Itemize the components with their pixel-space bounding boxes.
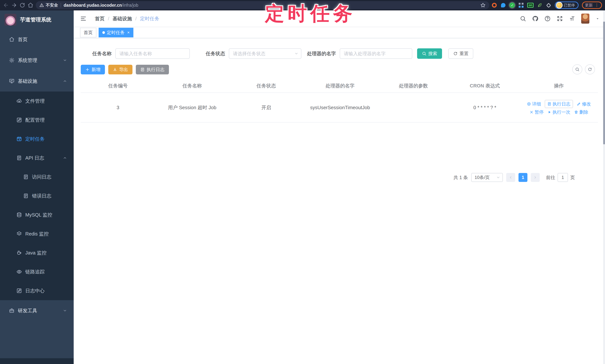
document-icon (16, 155, 22, 161)
toggle-search-button[interactable] (572, 64, 582, 74)
handler-name-label: 处理器的名字 (307, 51, 336, 57)
sidebar-item-scheduled-jobs[interactable]: 定时任务 (0, 130, 74, 148)
handler-name-input[interactable] (340, 48, 412, 59)
prev-page-button[interactable] (506, 173, 515, 182)
infrastructure-submenu: 文件管理 配置管理 定时任务 API 日志 (0, 91, 74, 300)
exec-log-link[interactable]: 执行日志 (545, 100, 573, 108)
edit-square-icon (16, 117, 22, 123)
sidebar-item-trace[interactable]: 链路追踪 (0, 262, 74, 281)
sidebar-item-access-logs[interactable]: 访问日志 (0, 167, 74, 186)
reset-button[interactable]: 重置 (448, 48, 473, 59)
sidebar-item-file-management[interactable]: 文件管理 (0, 91, 74, 110)
user-avatar[interactable] (581, 13, 589, 24)
extensions-puzzle-icon[interactable] (546, 2, 552, 8)
tab-scheduled-jobs[interactable]: 定时任务 × (99, 28, 133, 37)
sidebar-item-dev-tools[interactable]: 研发工具 (0, 300, 74, 321)
sidebar-item-api-logs[interactable]: API 日志 (0, 148, 74, 167)
sidebar-menu: 首页 系统管理 基础设施 文件管理 (0, 29, 74, 321)
extension-orange-icon[interactable] (491, 2, 497, 8)
address-bar[interactable]: 不安全 dashboard.yudao.iocoder.cn/infra/job (36, 1, 489, 9)
annotation-title: 定时任务 (265, 1, 356, 27)
sidebar: 芋道管理系统 首页 系统管理 基础设施 (0, 10, 74, 364)
hamburger-icon[interactable] (80, 15, 87, 22)
back-arrow-icon[interactable] (3, 2, 9, 8)
next-page-button[interactable] (531, 173, 540, 182)
active-tab-dot (102, 31, 105, 34)
sidebar-item-config-management[interactable]: 配置管理 (0, 110, 74, 130)
detail-link[interactable]: 详细 (527, 101, 541, 107)
extension-blue-icon[interactable] (500, 2, 506, 8)
sidebar-item-mysql-monitor[interactable]: MySQL 监控 (0, 205, 74, 224)
chevron-right-icon (533, 176, 537, 179)
chevron-down-icon (63, 309, 67, 313)
home-icon[interactable] (27, 2, 33, 8)
sidebar-item-home[interactable]: 首页 (0, 29, 74, 50)
goto-label: 前往 (546, 174, 555, 181)
pause-link[interactable]: 暂停 (529, 109, 544, 115)
job-name-label: 任务名称 (92, 51, 112, 57)
address-divider (61, 3, 61, 7)
breadcrumb-infrastructure[interactable]: 基础设施 (113, 15, 132, 22)
exec-log-button[interactable]: 执行日志 (136, 65, 169, 74)
view-icon (527, 102, 531, 106)
cell-job-id: 3 (81, 103, 155, 113)
job-name-input[interactable] (115, 48, 190, 59)
forward-arrow-icon[interactable] (11, 2, 17, 8)
github-icon[interactable] (532, 15, 539, 22)
page-scrollbar[interactable] (603, 10, 605, 364)
delete-link[interactable]: 删除 (574, 109, 588, 115)
download-icon (113, 67, 117, 72)
current-page-button[interactable]: 1 (518, 173, 527, 182)
job-status-select[interactable]: 请选择任务状态 (229, 48, 301, 59)
browser-profile-chip[interactable]: 已暂停 (555, 1, 579, 9)
bookmark-star-icon[interactable] (480, 3, 486, 8)
run-once-link[interactable]: 执行一次 (547, 109, 570, 115)
add-button[interactable]: 新增 (81, 65, 105, 74)
question-icon[interactable] (544, 15, 551, 22)
search-icon[interactable] (520, 15, 526, 22)
sidebar-item-system-management[interactable]: 系统管理 (0, 50, 74, 71)
sidebar-item-log-center[interactable]: 日志中心 (0, 281, 74, 300)
browser-update-chip[interactable]: 更新 (582, 1, 602, 9)
caret-down-icon[interactable] (595, 16, 600, 21)
breadcrumb-home[interactable]: 首页 (95, 15, 105, 22)
extension-green-check-icon[interactable]: ✓ (509, 2, 515, 8)
menu-dots-icon[interactable] (595, 3, 599, 7)
extension-leaf-icon[interactable] (537, 2, 542, 8)
timer-icon (16, 136, 22, 142)
sidebar-item-java-monitor[interactable]: Java 监控 (0, 243, 74, 262)
logo-row[interactable]: 芋道管理系统 (0, 10, 74, 29)
tab-close-icon[interactable]: × (127, 30, 130, 35)
tab-home[interactable]: 首页 (80, 28, 96, 37)
refresh-icon (453, 51, 458, 56)
extensions-row: ✓ on 已暂停 更新 (491, 1, 602, 9)
sidebar-item-error-logs[interactable]: 错误日志 (0, 186, 74, 205)
log-edit-icon (16, 288, 22, 294)
extension-grid-icon[interactable] (518, 2, 524, 8)
font-size-icon[interactable] (569, 15, 575, 22)
gear-icon (9, 57, 14, 63)
goto-page-input[interactable] (558, 173, 568, 182)
sidebar-item-redis-monitor[interactable]: Redis 监控 (0, 224, 74, 243)
header-actions (520, 13, 600, 24)
reload-icon[interactable] (19, 2, 25, 8)
sidebar-item-infrastructure[interactable]: 基础设施 (0, 71, 74, 91)
refresh-table-button[interactable] (585, 64, 595, 74)
plus-icon (85, 67, 90, 72)
fullscreen-icon[interactable] (557, 15, 563, 22)
security-status[interactable]: 不安全 (39, 2, 58, 8)
export-button[interactable]: 导出 (108, 65, 132, 74)
cell-handler-param (377, 105, 450, 110)
search-button[interactable]: 搜索 (417, 48, 442, 59)
chevron-left-icon (509, 176, 513, 179)
breadcrumb-current: 定时任务 (140, 15, 159, 22)
scrollbar-thumb[interactable] (603, 22, 605, 144)
cloud-upload-icon (16, 98, 22, 104)
url-path: /infra/job (122, 3, 138, 8)
document-icon (547, 102, 552, 106)
page-size-select[interactable]: 10条/页 (471, 173, 503, 182)
extension-on-badge[interactable]: on (527, 3, 534, 8)
pagination-total: 共 1 条 (453, 174, 468, 181)
cell-job-status: 开启 (229, 102, 303, 113)
edit-link[interactable]: 修改 (577, 101, 591, 107)
